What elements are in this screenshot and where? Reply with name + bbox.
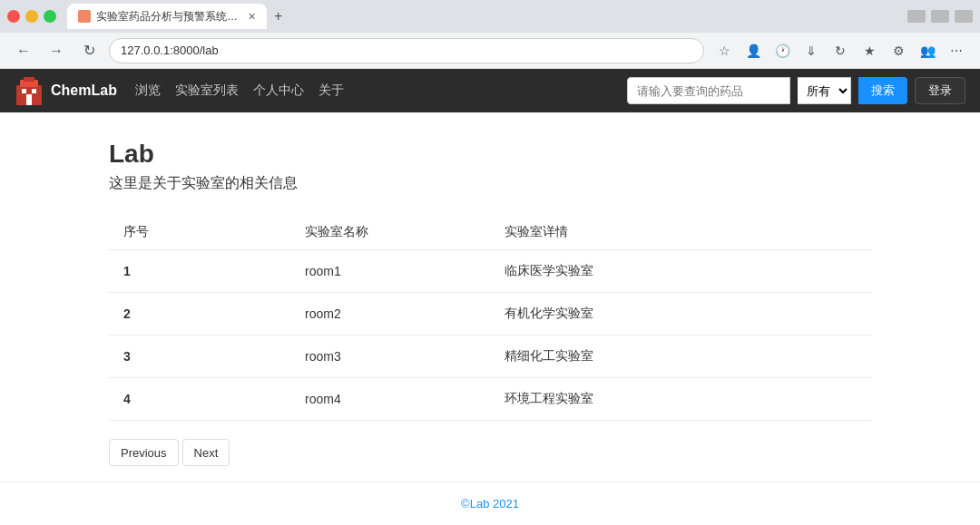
win-min-btn[interactable] <box>907 10 926 23</box>
cell-index: 3 <box>109 335 290 378</box>
browser-titlebar: 实验室药品分析与预警系统 -实验室 ✕ + <box>0 0 980 33</box>
table-row: 3 room3 精细化工实验室 <box>109 335 871 378</box>
nav-about[interactable]: 关于 <box>318 83 344 99</box>
download-icon[interactable]: ⇓ <box>799 38 824 63</box>
tab-close-icon[interactable]: ✕ <box>248 11 256 23</box>
cell-index: 2 <box>109 293 290 335</box>
reload-button[interactable]: ↻ <box>76 38 102 63</box>
tab-label: 实验室药品分析与预警系统 -实验室 <box>96 9 239 24</box>
next-button[interactable]: Next <box>182 439 230 466</box>
navbar-menu: 浏览 实验室列表 个人中心 关于 <box>135 83 609 99</box>
app-wrapper: ChemLab 浏览 实验室列表 个人中心 关于 所有 搜索 登录 Lab 这里… <box>0 69 980 525</box>
cell-name: room3 <box>290 335 490 378</box>
table-row: 2 room2 有机化学实验室 <box>109 293 871 335</box>
toolbar-icons: ☆ 👤 🕐 ⇓ ↻ ★ ⚙ 👥 ⋯ <box>711 38 969 63</box>
table-body: 1 room1 临床医学实验室 2 room2 有机化学实验室 3 room3 … <box>109 250 871 421</box>
brand-icon <box>15 76 44 105</box>
svg-rect-3 <box>22 89 26 93</box>
active-tab[interactable]: 实验室药品分析与预警系统 -实验室 ✕ <box>67 4 267 29</box>
cell-detail: 环境工程实验室 <box>490 378 871 421</box>
table-header: 序号 实验室名称 实验室详情 <box>109 215 871 250</box>
cell-name: room1 <box>290 250 490 293</box>
browser-frame: 实验室药品分析与预警系统 -实验室 ✕ + ← → ↻ ☆ 👤 🕐 ⇓ ↻ ★ … <box>0 0 980 525</box>
search-input[interactable] <box>627 77 790 104</box>
main-content: Lab 这里是关于实验室的相关信息 序号 实验室名称 实验室详情 1 room1… <box>0 112 980 481</box>
page-title: Lab <box>109 140 871 169</box>
cell-name: room4 <box>290 378 490 421</box>
refresh-icon[interactable]: ↻ <box>828 38 853 63</box>
cell-index: 4 <box>109 378 290 421</box>
close-btn[interactable] <box>7 10 20 23</box>
navbar-right: 所有 搜索 登录 <box>627 77 965 104</box>
maximize-btn[interactable] <box>44 10 56 23</box>
tab-favicon <box>78 10 91 23</box>
more-icon[interactable]: ⋯ <box>944 38 969 63</box>
search-select[interactable]: 所有 <box>798 77 851 104</box>
favorites-icon[interactable]: ★ <box>857 38 882 63</box>
svg-rect-2 <box>24 77 34 82</box>
extensions-icon[interactable]: ⚙ <box>886 38 911 63</box>
th-name: 实验室名称 <box>290 215 490 250</box>
history-icon[interactable]: 🕐 <box>769 38 795 63</box>
cell-name: room2 <box>290 293 490 335</box>
address-bar[interactable] <box>109 38 704 63</box>
brand-label: ChemLab <box>51 83 117 99</box>
window-controls <box>7 10 56 23</box>
lab-table: 序号 实验室名称 实验室详情 1 room1 临床医学实验室 2 room2 有… <box>109 215 871 421</box>
svg-rect-5 <box>26 94 32 105</box>
cell-detail: 有机化学实验室 <box>490 293 871 335</box>
nav-browse[interactable]: 浏览 <box>135 83 161 99</box>
cell-detail: 精细化工实验室 <box>490 335 871 378</box>
forward-button[interactable]: → <box>44 38 69 63</box>
table-row: 4 room4 环境工程实验室 <box>109 378 871 421</box>
browser-tabs: 实验室药品分析与预警系统 -实验室 ✕ + <box>67 4 900 29</box>
back-button[interactable]: ← <box>11 38 36 63</box>
svg-rect-4 <box>32 89 36 93</box>
cell-detail: 临床医学实验室 <box>490 250 871 293</box>
cell-index: 1 <box>109 250 290 293</box>
navbar-brand[interactable]: ChemLab <box>15 76 117 105</box>
win-max-btn[interactable] <box>931 10 949 23</box>
table-row: 1 room1 临床医学实验室 <box>109 250 871 293</box>
win-close-btn[interactable] <box>955 10 973 23</box>
login-button[interactable]: 登录 <box>915 77 965 104</box>
profile-icon[interactable]: 👤 <box>740 38 766 63</box>
nav-lab-list[interactable]: 实验室列表 <box>175 83 239 99</box>
minimize-btn[interactable] <box>25 10 38 23</box>
prev-button[interactable]: Previous <box>109 439 179 466</box>
footer: ©Lab 2021 <box>0 481 980 525</box>
nav-profile[interactable]: 个人中心 <box>253 83 304 99</box>
new-tab-button[interactable]: + <box>267 4 289 29</box>
navbar: ChemLab 浏览 实验室列表 个人中心 关于 所有 搜索 登录 <box>0 69 980 112</box>
pagination: Previous Next <box>109 439 871 466</box>
th-detail: 实验室详情 <box>490 215 871 250</box>
copyright: ©Lab 2021 <box>461 497 519 510</box>
bookmark-star-icon[interactable]: ☆ <box>711 38 737 63</box>
search-button[interactable]: 搜索 <box>858 77 907 104</box>
th-index: 序号 <box>109 215 290 250</box>
user-icon[interactable]: 👥 <box>915 38 940 63</box>
browser-toolbar: ← → ↻ ☆ 👤 🕐 ⇓ ↻ ★ ⚙ 👥 ⋯ <box>0 33 980 69</box>
page-subtitle: 这里是关于实验室的相关信息 <box>109 174 871 193</box>
